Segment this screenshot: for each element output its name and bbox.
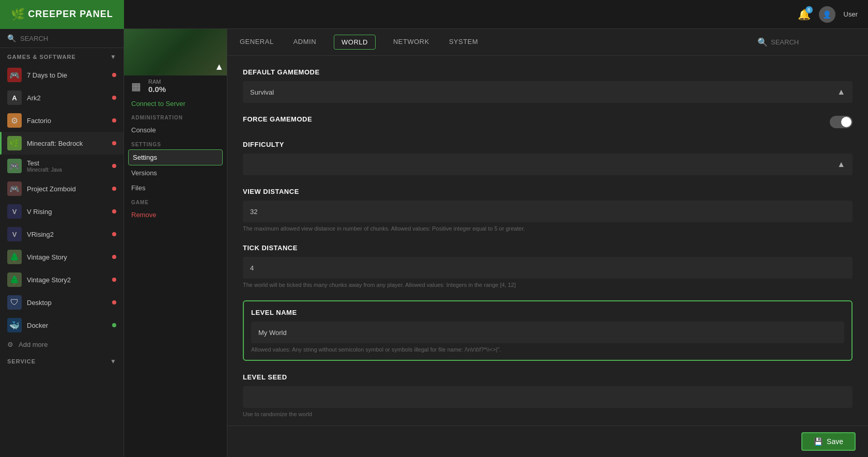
- tab-network[interactable]: NETWORK: [391, 31, 431, 54]
- games-chevron-icon: ▼: [110, 53, 116, 60]
- tick-distance-input[interactable]: [250, 264, 845, 272]
- level-seed-input[interactable]: [250, 393, 845, 401]
- sidebar-item-icon-ark2: A: [7, 90, 22, 105]
- status-dot-factorio: [112, 118, 116, 123]
- sidebar-item-7days[interactable]: 🎮 7 Days to Die: [0, 64, 123, 86]
- sidebar-item-icon-7days: 🎮: [7, 68, 22, 82]
- sidebar-item-label-vintage-story: Vintage Story: [27, 253, 107, 261]
- sidebar-item-icon-docker: 🐳: [7, 318, 22, 332]
- level-seed-block: LEVEL SEED Use to randomize the world: [243, 373, 853, 417]
- main-layout: 🔍 GAMES & SOFTWARE ▼ 🎮 7 Days to Die A A…: [0, 29, 868, 457]
- add-more-button[interactable]: ⚙ Add more: [0, 337, 123, 353]
- top-header: 🌿 CREEPER PANEL 🔔 8 👤 User: [0, 0, 868, 29]
- ram-label: RAM: [148, 79, 166, 85]
- settings-section-label: SETTINGS: [124, 138, 227, 149]
- sidebar-item-icon-desktop: 🛡: [7, 295, 22, 310]
- logo-icon: 🌿: [11, 8, 25, 21]
- level-name-input[interactable]: [258, 329, 837, 337]
- view-distance-input[interactable]: [250, 208, 845, 216]
- server-expand-icon[interactable]: ▲: [214, 62, 224, 72]
- versions-nav-item[interactable]: Versions: [124, 165, 227, 180]
- tabs-search-icon: 🔍: [757, 37, 768, 47]
- status-dot-desktop: [112, 300, 116, 304]
- search-input[interactable]: [20, 35, 116, 42]
- user-name[interactable]: User: [844, 10, 858, 18]
- notification-button[interactable]: 🔔 8: [798, 8, 811, 21]
- sidebar-item-icon-test: 🎮: [7, 159, 22, 173]
- add-more-label: Add more: [19, 341, 48, 348]
- user-avatar[interactable]: 👤: [819, 6, 835, 23]
- console-nav-item[interactable]: Console: [124, 123, 227, 138]
- force-gamemode-label: FORCE GAMEMODE: [243, 115, 312, 123]
- administration-section-label: ADMINISTRATION: [124, 111, 227, 123]
- remove-button[interactable]: Remove: [124, 207, 227, 222]
- bottom-bar: 💾 Save: [227, 425, 868, 457]
- level-name-label: LEVEL NAME: [251, 309, 844, 316]
- save-button-label: Save: [827, 437, 843, 446]
- sidebar-item-vrising[interactable]: V V Rising: [0, 200, 123, 223]
- ram-grid-icon: ▦: [131, 80, 141, 93]
- sidebar-item-vintage-story2[interactable]: 🌲 Vintage Story2: [0, 268, 123, 291]
- tabs-search-container: 🔍: [757, 37, 858, 47]
- tick-distance-row: [243, 257, 853, 279]
- status-dot-project-zomboid: [112, 187, 116, 191]
- sidebar-item-label-project-zomboid: Project Zomboid: [27, 185, 107, 193]
- tabs-bar: GENERAL ADMIN WORLD NETWORK SYSTEM 🔍: [227, 29, 868, 56]
- logo-area: 🌿 CREEPER PANEL: [0, 0, 124, 29]
- settings-nav-item[interactable]: Settings: [128, 149, 223, 165]
- sidebar-item-icon-project-zomboid: 🎮: [7, 181, 22, 196]
- connect-to-server-button[interactable]: Connect to Server: [124, 97, 227, 111]
- sidebar-item-ark2[interactable]: A Ark2: [0, 86, 123, 109]
- default-gamemode-dropdown[interactable]: Survival ▲: [243, 81, 853, 103]
- tick-distance-hint: The world will be ticked this many chunk…: [243, 282, 853, 288]
- difficulty-label: DIFFICULTY: [243, 141, 853, 148]
- sidebar-item-desktop[interactable]: 🛡 Desktop: [0, 291, 123, 314]
- difficulty-dropdown[interactable]: ▲: [243, 154, 853, 175]
- level-seed-row: [243, 386, 853, 408]
- save-button[interactable]: 💾 Save: [801, 432, 856, 451]
- sidebar-item-icon-vrising: V: [7, 204, 22, 219]
- notification-badge: 8: [805, 6, 813, 13]
- sidebar-item-icon-minecraft-bedrock: 🌿: [7, 136, 22, 150]
- sidebar: 🔍 GAMES & SOFTWARE ▼ 🎮 7 Days to Die A A…: [0, 29, 124, 457]
- games-section-header[interactable]: GAMES & SOFTWARE ▼: [0, 48, 123, 64]
- service-section-header[interactable]: SERVICE ▼: [0, 353, 123, 368]
- settings-content: DEFAULT GAMEMODE Survival ▲ FORCE GAMEMO…: [227, 56, 868, 425]
- level-seed-label: LEVEL SEED: [243, 373, 853, 381]
- active-indicator: [0, 132, 2, 155]
- ram-value: 0.0%: [148, 85, 166, 94]
- sidebar-item-vintage-story[interactable]: 🌲 Vintage Story: [0, 246, 123, 268]
- tab-system[interactable]: SYSTEM: [447, 31, 480, 54]
- tab-admin[interactable]: ADMIN: [291, 31, 318, 54]
- sidebar-search-container: 🔍: [0, 29, 123, 48]
- sidebar-item-docker[interactable]: 🐳 Docker: [0, 314, 123, 337]
- tab-general[interactable]: GENERAL: [238, 31, 276, 54]
- toggle-knob: [841, 117, 851, 127]
- service-chevron-icon: ▼: [110, 358, 116, 365]
- sidebar-item-label-vrising2: VRising2: [27, 231, 107, 238]
- games-section-label: GAMES & SOFTWARE: [7, 54, 76, 60]
- files-nav-item[interactable]: Files: [124, 180, 227, 195]
- sidebar-item-label-desktop: Desktop: [27, 299, 107, 307]
- difficulty-block: DIFFICULTY ▲: [243, 141, 853, 175]
- status-dot-test: [112, 164, 116, 168]
- sidebar-item-minecraft-bedrock[interactable]: 🌿 Minecraft: Bedrock: [0, 132, 123, 155]
- sidebar-item-test[interactable]: 🎮 Test Minecraft: Java: [0, 155, 123, 177]
- default-gamemode-block: DEFAULT GAMEMODE Survival ▲: [243, 68, 853, 103]
- sidebar-item-label-test: Test: [27, 159, 107, 167]
- sidebar-item-project-zomboid[interactable]: 🎮 Project Zomboid: [0, 177, 123, 200]
- status-dot-vintage-story2: [112, 278, 116, 282]
- sidebar-item-icon-vintage-story: 🌲: [7, 250, 22, 264]
- sidebar-item-label-ark2: Ark2: [27, 94, 107, 102]
- status-dot-vintage-story: [112, 255, 116, 259]
- force-gamemode-toggle[interactable]: [830, 116, 853, 128]
- search-icon: 🔍: [7, 34, 16, 42]
- sidebar-item-vrising2[interactable]: V VRising2: [0, 223, 123, 246]
- difficulty-chevron-icon: ▲: [837, 160, 845, 169]
- sidebar-item-label-vintage-story2: Vintage Story2: [27, 276, 107, 284]
- sidebar-item-factorio[interactable]: ⚙ Factorio: [0, 109, 123, 132]
- level-name-hint: Allowed values: Any string without semic…: [251, 346, 844, 353]
- sidebar-item-icon-factorio: ⚙: [7, 113, 22, 128]
- tabs-search-input[interactable]: [771, 38, 858, 46]
- tab-world[interactable]: WORLD: [334, 35, 376, 50]
